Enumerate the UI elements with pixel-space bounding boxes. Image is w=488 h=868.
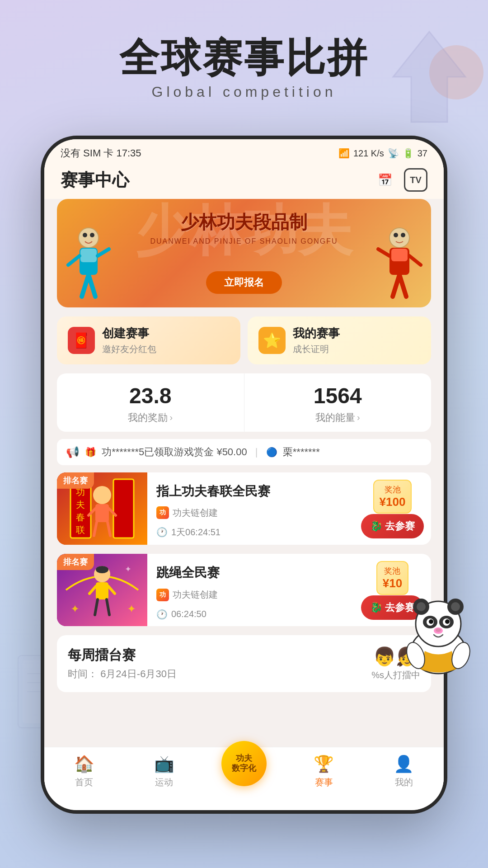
comp-info-2: 跳绳全民赛 功 功夫链创建 🕐 06:24:50 (147, 554, 354, 626)
join-icon-2: 🐉 (370, 602, 382, 613)
create-event-card[interactable]: 🧧 创建赛事 邀好友分红包 (57, 316, 240, 364)
status-sim-time: 没有 SIM 卡 17:35 (61, 146, 141, 160)
svg-rect-43 (95, 504, 109, 522)
calendar-icon: 📅 (378, 173, 392, 187)
weekly-date: 时间： 6月24日-6月30日 (68, 667, 177, 681)
nav-profile[interactable]: 👤 我的 (364, 755, 444, 788)
svg-point-5 (417, 602, 426, 611)
page-header: 全球赛事比拼 Global competition (0, 36, 488, 100)
sports-icon: 📺 (154, 755, 174, 774)
quick-actions: 🧧 创建赛事 邀好友分红包 ⭐ 我的赛事 成长证明 (57, 316, 431, 364)
panda-mascot (398, 588, 479, 678)
svg-line-32 (399, 275, 406, 297)
scroll-content[interactable]: 少林功夫 (44, 199, 444, 797)
svg-point-6 (451, 602, 460, 611)
prize-label-1: 奖池 (380, 484, 406, 495)
page-title-cn: 全球赛事比拼 (0, 36, 488, 80)
svg-point-42 (93, 486, 111, 504)
stats-row: 23.8 我的奖励 › 1564 我的能量 › (57, 373, 431, 432)
weekly-header: 每周擂台赛 时间： 6月24日-6月30日 👦👧 %s人打擂中 (68, 646, 420, 681)
tv-button[interactable]: TV (404, 168, 427, 192)
comp-organizer-2: 功 功夫链创建 (156, 589, 345, 601)
event-banner[interactable]: 少林功夫 (57, 199, 431, 307)
svg-text:春: 春 (76, 512, 85, 522)
banner-title-cn: 少林功夫段品制 (150, 210, 338, 235)
nav-competitions[interactable]: 🏆 赛事 (284, 755, 364, 788)
banner-register-button[interactable]: 立即报名 (206, 271, 282, 294)
app-title: 赛事中心 (61, 169, 129, 192)
organizer-logo-1: 功 (156, 506, 169, 519)
reward-label: 我的奖励 › (66, 411, 235, 425)
svg-rect-30 (391, 249, 408, 261)
weekly-section[interactable]: 每周擂台赛 时间： 6月24日-6月30日 👦👧 %s人打擂中 (57, 635, 431, 692)
energy-arrow: › (357, 412, 360, 423)
svg-point-26 (389, 228, 409, 248)
nav-home[interactable]: 🏠 首页 (44, 755, 124, 788)
clock-icon-2: 🕐 (156, 609, 168, 620)
tv-label: TV (410, 175, 422, 185)
my-events-card[interactable]: ⭐ 我的赛事 成长证明 (248, 316, 431, 364)
competition-card-2[interactable]: 排名赛 (57, 554, 431, 626)
banner-title-en: DUANWEI AND PINJIE OF SHAOLIN GONGFU (150, 237, 338, 245)
status-bar: 没有 SIM 卡 17:35 📶 121 K/s 📡 🔋 37 (44, 139, 444, 164)
join-icon-1: 🐉 (370, 520, 382, 532)
reward-value: 23.8 (66, 384, 235, 408)
app-header: 赛事中心 📅 TV (44, 164, 444, 199)
page-title-en: Global competition (0, 84, 488, 100)
reward-arrow: › (169, 412, 173, 423)
energy-stat[interactable]: 1564 我的能量 › (244, 373, 432, 432)
create-event-info: 创建赛事 邀好友分红包 (102, 326, 156, 355)
svg-text:✦: ✦ (125, 565, 131, 574)
svg-line-33 (378, 249, 389, 256)
svg-text:夫: 夫 (76, 500, 85, 509)
status-data: 121 K/s (353, 148, 384, 159)
bottom-nav: 🏠 首页 📺 运动 功夫数字化 🏆 赛事 👤 我的 (44, 747, 444, 810)
status-battery-pct: 37 (418, 148, 427, 159)
reward-stat[interactable]: 23.8 我的奖励 › (57, 373, 244, 432)
status-right: 📶 121 K/s 📡 🔋 37 (338, 148, 427, 159)
nav-center[interactable]: 功夫数字化 (204, 741, 284, 786)
home-icon: 🏠 (74, 755, 94, 774)
svg-rect-37 (113, 479, 134, 538)
create-event-icon: 🧧 (68, 327, 95, 354)
svg-point-14 (436, 628, 441, 632)
join-button-1[interactable]: 🐉 去参赛 (361, 514, 424, 538)
comp-timer-1: 🕐 1天06:24:51 (156, 526, 345, 538)
comp-title-1: 指上功夫春联全民赛 (156, 483, 345, 500)
svg-point-19 (90, 233, 94, 237)
nav-center-label: 功夫数字化 (232, 754, 256, 773)
create-event-subtitle: 邀好友分红包 (102, 343, 156, 355)
energy-value: 1564 (253, 384, 422, 408)
nav-profile-label: 我的 (395, 776, 413, 788)
nav-sports[interactable]: 📺 运动 (124, 755, 204, 788)
svg-line-34 (409, 256, 421, 265)
calendar-button[interactable]: 📅 (373, 168, 397, 192)
svg-rect-51 (96, 582, 108, 599)
status-wifi: 📡 (388, 148, 399, 159)
my-events-info: 我的赛事 成长证明 (293, 326, 340, 355)
svg-line-24 (68, 256, 80, 265)
organizer-logo-2: 功 (156, 589, 169, 601)
weekly-title: 每周擂台赛 (68, 646, 177, 665)
comp-timer-2: 🕐 06:24:50 (156, 609, 345, 620)
svg-text:联: 联 (76, 525, 85, 535)
svg-text:✦: ✦ (127, 603, 136, 615)
create-event-title: 创建赛事 (102, 326, 156, 341)
nav-sports-label: 运动 (155, 776, 173, 788)
announcement-bar: 📢 🎁 功*******5已领取游戏赏金 ¥50.00 | 🔵 栗******* (57, 439, 431, 465)
status-battery: 🔋 (403, 148, 414, 159)
svg-point-27 (394, 233, 398, 237)
my-events-subtitle: 成长证明 (293, 343, 340, 355)
comp-badge-2: 排名赛 (57, 554, 94, 570)
svg-line-23 (89, 275, 95, 297)
competition-icon: 🏆 (314, 755, 334, 774)
svg-line-25 (98, 249, 109, 256)
comp-title-2: 跳绳全民赛 (156, 565, 345, 581)
comp-right-1: 奖池 ¥100 🐉 去参赛 (354, 472, 431, 545)
weekly-left: 每周擂台赛 时间： 6月24日-6月30日 (68, 646, 177, 681)
nav-competitions-label: 赛事 (315, 776, 333, 788)
competition-card-1[interactable]: 排名赛 功 夫 (57, 472, 431, 545)
my-events-title: 我的赛事 (293, 326, 340, 341)
phone-mockup: 没有 SIM 卡 17:35 📶 121 K/s 📡 🔋 37 赛事中心 📅 T… (41, 136, 447, 814)
banner-char-right (372, 224, 427, 307)
